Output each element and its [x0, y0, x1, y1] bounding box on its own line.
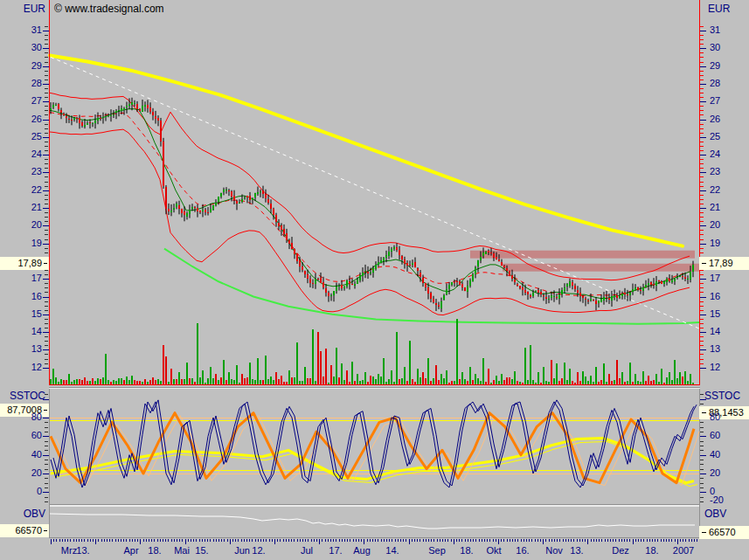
volume-bar	[170, 369, 172, 384]
volume-bar	[343, 380, 345, 384]
volume-bar	[514, 371, 516, 384]
resistance-zone	[503, 264, 699, 272]
volume-bar	[291, 377, 293, 384]
price-tick-left	[45, 323, 48, 324]
time-tick	[524, 539, 524, 542]
price-tick-left	[45, 57, 48, 58]
volume-bar	[223, 360, 225, 384]
volume-bar	[456, 319, 458, 384]
sstoc-tick-right	[700, 464, 704, 465]
sstoc-k-line	[51, 402, 694, 487]
price-tick-right	[700, 257, 704, 258]
time-tick	[468, 539, 468, 542]
chart-canvas[interactable]	[0, 0, 749, 560]
price-tick-left	[43, 172, 49, 173]
time-tick	[563, 539, 564, 542]
sstoc-tick-left	[45, 413, 48, 414]
sstoc-tick-right	[700, 478, 704, 479]
time-tick	[529, 539, 530, 542]
volume-bar	[582, 371, 584, 384]
candle-up	[333, 291, 335, 295]
volume-bar	[469, 367, 471, 384]
candle-up	[600, 299, 602, 302]
volume-bar	[375, 379, 377, 384]
time-tick	[428, 539, 429, 542]
time-tick	[638, 539, 639, 542]
price-tick-left	[45, 186, 48, 187]
price-tick-left	[45, 163, 48, 164]
price-tick-left	[45, 354, 48, 355]
candle-up	[343, 287, 345, 288]
candle-up	[173, 208, 175, 210]
price-tick-right	[700, 306, 704, 307]
volume-bar	[236, 365, 238, 384]
time-tick	[65, 539, 66, 542]
volume-bar	[619, 378, 621, 384]
time-tick	[79, 539, 80, 542]
candle-down	[157, 118, 159, 121]
overlay-lines-layer	[50, 55, 699, 328]
time-tick	[81, 539, 82, 542]
candle-up	[186, 213, 188, 216]
price-tick-left	[43, 261, 49, 262]
volume-bar	[422, 372, 424, 384]
time-tick	[445, 539, 446, 542]
volume-bar	[189, 378, 191, 384]
sstoc-tick-left	[45, 464, 48, 465]
time-tick	[559, 539, 560, 542]
sstoc-tick-right	[700, 418, 706, 418]
volume-bar	[346, 370, 348, 384]
volume-bar	[205, 383, 206, 384]
volume-bar	[273, 380, 274, 384]
time-tick	[98, 539, 99, 542]
price-tick-left	[45, 266, 48, 266]
separator	[49, 505, 700, 507]
candle-up	[532, 293, 534, 295]
price-tick-right	[700, 120, 706, 121]
price-tick-right	[700, 279, 706, 280]
volume-bar	[322, 377, 324, 384]
volume-bar	[218, 380, 219, 384]
candle-down	[425, 283, 427, 287]
time-tick	[367, 539, 368, 542]
time-tick	[129, 539, 130, 542]
time-tick	[258, 539, 259, 542]
price-tick-left	[43, 332, 49, 333]
separator	[49, 388, 700, 389]
candle-down	[341, 285, 343, 288]
price-tick-left	[45, 106, 48, 107]
volume-bar	[420, 377, 421, 384]
candle-down	[627, 294, 628, 295]
time-tick	[409, 539, 410, 544]
sstoc-tick-left	[43, 474, 49, 474]
time-tick	[437, 539, 438, 542]
time-tick	[375, 539, 376, 542]
price-tick-left	[45, 283, 48, 284]
volume-bar	[548, 382, 550, 384]
candle-down	[661, 281, 662, 284]
time-tick	[353, 539, 354, 542]
price-tick-right	[700, 84, 706, 85]
price-tick-left	[45, 270, 48, 271]
time-tick	[551, 539, 552, 542]
volume-bar	[627, 381, 628, 384]
candle-up	[354, 284, 356, 287]
candle-down	[71, 120, 73, 121]
candle-down	[572, 282, 573, 285]
time-tick	[263, 539, 264, 542]
candle-down	[328, 293, 329, 296]
volume-bar	[121, 378, 122, 384]
time-tick	[266, 539, 267, 542]
time-tick	[621, 539, 622, 542]
candle-down	[404, 259, 406, 265]
candle-up	[212, 205, 214, 210]
volume-bar	[233, 380, 235, 384]
price-tick-right	[700, 287, 704, 288]
volume-bar	[467, 381, 468, 384]
volume-bar	[149, 380, 151, 384]
candle-up	[84, 125, 86, 127]
price-tick-left	[45, 221, 48, 222]
time-tick	[160, 539, 161, 542]
candle-up	[475, 267, 476, 274]
time-tick	[395, 539, 396, 542]
